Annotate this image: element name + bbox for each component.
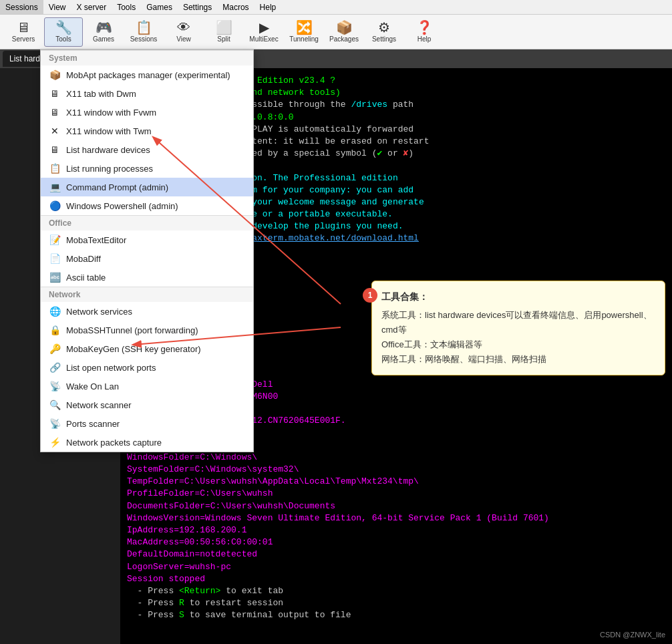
toolbar-settings-label: Settings [372,35,396,43]
dropdown-mobatext[interactable]: 📝 MobaTextEditor [41,230,253,249]
terminal-line-44: MacAddress=00:50:56:C0:00:01 [127,536,665,548]
multiexec-icon: ▶ [259,21,269,34]
tooltip-info-bubble: 1 工具合集： 系统工具：list hardware devices可以查看终端… [371,281,665,375]
toolbar-sessions[interactable]: 📋 Sessions [124,17,163,47]
terminal-line-41: DocumentsFolder=C:\Users\wuhsh\Documents [127,500,665,512]
tunneling-icon: 🔀 [296,21,313,34]
toolbar-split[interactable]: ⬜ Split [204,17,243,47]
toolbar-multiexec[interactable]: ▶ MultiExec [244,17,283,47]
terminal-line-40: ProfileFolder=C:\Users\wuhsh [127,488,665,500]
games-icon: 🎮 [96,21,112,34]
system-section-header: System [41,50,253,65]
mobapt-icon: 📦 [49,69,61,81]
dropdown-cmd-admin[interactable]: 💻 Command Prompt (admin) [41,178,253,196]
dropdown-mobakey-gen[interactable]: 🔑 MobaKeyGen (SSH key generator) [41,339,253,358]
powershell-icon: 🔵 [49,200,61,212]
split-icon: ⬜ [216,21,232,34]
toolbar-split-label: Split [217,35,230,43]
terminal-line-46: LogonServer=wuhsh-pc [127,561,665,573]
menu-sessions[interactable]: Sessions [0,0,43,14]
tools-dropdown: System 📦 MobApt packages manager (experi… [40,49,254,452]
list-ports-icon: 🔗 [49,361,61,373]
x11-dwm-icon: 🖥 [49,88,61,100]
dropdown-mobadiff[interactable]: 📄 MobaDiff [41,249,253,268]
tooltip-line-1: 系统工具：list hardware devices可以查看终端信息、启用pow… [381,308,655,337]
list-hardware-icon: 🖥 [49,144,61,156]
packets-capture-icon: ⚡ [49,436,61,448]
terminal-line-42: WindowsVersion=Windows Seven Ultimate Ed… [127,512,665,524]
toolbar-multiexec-label: MultiExec [249,35,278,43]
toolbar-sessions-label: Sessions [130,35,158,43]
network-section-header: Network [41,287,253,302]
menu-view[interactable]: View [43,0,71,14]
terminal-line-49: Session stopped [127,573,665,585]
menu-xserver[interactable]: X server [71,0,112,14]
list-processes-icon: 📋 [49,162,61,174]
dropdown-packets-capture[interactable]: ⚡ Network packets capture [41,433,253,452]
dropdown-network-scanner[interactable]: 🔍 Network scanner [41,395,253,414]
toolbar-tunneling-label: Tunneling [289,35,319,43]
view-icon: 👁 [177,21,190,34]
dropdown-network-services[interactable]: 🌐 Network services [41,302,253,321]
keygen-icon: 🔑 [49,343,61,355]
toolbar-games-label: Games [93,35,114,43]
dropdown-ascii[interactable]: 🔤 Ascii table [41,268,253,287]
office-section-header: Office [41,215,253,230]
packages-icon: 📦 [336,21,353,34]
tooltip-badge: 1 [363,288,377,303]
terminal-line-37: WindowsFolder=C:\Windows\ [127,452,665,464]
terminal-line-52: - Press S to save terminal output to fil… [127,609,665,621]
menu-tools[interactable]: Tools [112,0,141,14]
toolbar-packages-label: Packages [329,35,359,43]
terminal-line-50: - Press <Return> to exit tab [127,585,665,597]
dropdown-mobassh-tunnel[interactable]: 🔒 MobaSSHTunnel (port forwarding) [41,321,253,339]
network-services-icon: 🌐 [49,305,61,317]
toolbar-servers-label: Servers [12,35,35,43]
dropdown-x11-twm[interactable]: ✕ X11 window with Twm [41,122,253,140]
menu-settings[interactable]: Settings [178,0,217,14]
toolbar-settings[interactable]: ⚙ Settings [365,17,403,47]
terminal-line-38: SystemFolder=C:\Windows\system32\ [127,464,665,476]
tooltip-title: 工具合集： [381,289,655,305]
toolbar-servers[interactable]: 🖥 Servers [4,17,43,47]
toolbar-help-label: Help [417,35,432,43]
toolbar-tunneling[interactable]: 🔀 Tunneling [285,17,323,47]
menubar: Sessions View X server Tools Games Setti… [0,0,672,15]
toolbar-help[interactable]: ❓ Help [405,17,444,47]
ports-scanner-icon: 📡 [49,418,61,430]
dropdown-list-ports[interactable]: 🔗 List open network ports [41,358,253,377]
menu-games[interactable]: Games [141,0,178,14]
servers-icon: 🖥 [17,21,30,34]
ascii-icon: 🔤 [49,271,61,283]
menu-macros[interactable]: Macros [217,0,254,14]
dropdown-mobapt[interactable]: 📦 MobApt packages manager (experimental) [41,65,253,84]
wake-on-lan-icon: 📡 [49,380,61,392]
dropdown-list-processes[interactable]: 📋 List running processes [41,159,253,178]
x11-twm-icon: ✕ [49,125,61,137]
network-scanner-icon: 🔍 [49,399,61,411]
mobadiff-icon: 📄 [49,253,61,265]
toolbar-tools-label: Tools [55,35,71,43]
ssh-tunnel-icon: 🔒 [49,324,61,336]
tooltip-line-3: 网络工具：网络唤醒、端口扫描、网络扫描 [381,352,655,367]
help-icon: ❓ [416,21,433,34]
tooltip-line-2: Office工具：文本编辑器等 [381,337,655,352]
tools-icon: 🔧 [55,21,72,34]
dropdown-wake-on-lan[interactable]: 📡 Wake On Lan [41,377,253,395]
terminal-line-51: - Press R to restart session [127,597,665,609]
toolbar-view[interactable]: 👁 View [164,17,203,47]
toolbar-packages[interactable]: 📦 Packages [325,17,363,47]
toolbar-games[interactable]: 🎮 Games [84,17,123,47]
x11-fvwm-icon: 🖥 [49,106,61,118]
dropdown-powershell-admin[interactable]: 🔵 Windows Powershell (admin) [41,196,253,215]
menu-help[interactable]: Help [255,0,282,14]
watermark: CSDN @ZNWX_lite [600,631,665,639]
toolbar-tools[interactable]: 🔧 Tools [44,17,83,47]
terminal-line-43: IpAddress=192.168.200.1 [127,524,665,536]
dropdown-x11-dwm[interactable]: 🖥 X11 tab with Dwm [41,84,253,103]
sessions-icon: 📋 [136,21,152,34]
dropdown-list-hardware[interactable]: 🖥 List hardware devices [41,140,253,159]
dropdown-ports-scanner[interactable]: 📡 Ports scanner [41,414,253,433]
settings-icon: ⚙ [378,21,390,34]
dropdown-x11-fvwm[interactable]: 🖥 X11 window with Fvwm [41,103,253,122]
